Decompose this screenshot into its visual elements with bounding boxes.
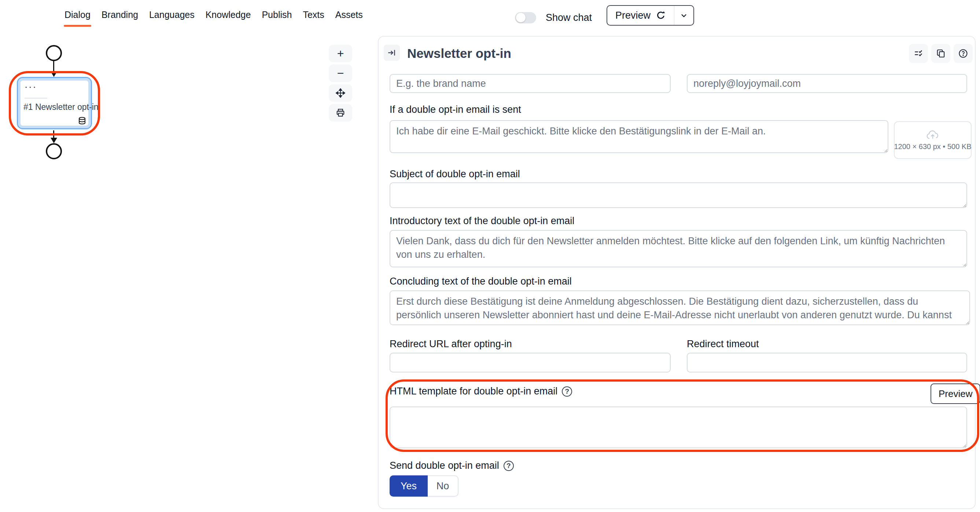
topbar-actions: Show chat Preview <box>515 5 694 25</box>
show-chat-toggle[interactable] <box>515 12 536 24</box>
cloud-upload-icon <box>925 129 940 140</box>
concluding-textarea[interactable]: Erst durch diese Bestätigung ist deine A… <box>390 290 970 325</box>
help-circle-icon[interactable]: ? <box>504 461 514 471</box>
preview-dropdown-button[interactable] <box>675 6 694 25</box>
image-upload-dropzone[interactable]: 1200 × 630 px • 500 KB <box>894 121 972 159</box>
flow-connector <box>53 130 54 138</box>
sender-email-input[interactable] <box>687 74 967 93</box>
collapse-to-right-icon <box>387 48 396 57</box>
show-chat-label: Show chat <box>546 12 592 24</box>
send-yes-button[interactable]: Yes <box>390 476 428 497</box>
zoom-in-button[interactable]: + <box>329 45 352 62</box>
help-circle-icon <box>958 48 968 59</box>
brand-name-input[interactable] <box>390 74 671 93</box>
help-circle-icon[interactable]: ? <box>562 387 572 396</box>
redirect-url-input[interactable] <box>390 353 671 373</box>
html-template-label-text: HTML template for double opt-in email <box>390 386 557 397</box>
panel-toolbar <box>909 44 973 63</box>
preview-button-label: Preview <box>615 10 651 21</box>
concluding-text-label: Concluding text of the double opt-in ema… <box>390 276 572 287</box>
tab-knowledge[interactable]: Knowledge <box>205 10 251 27</box>
tab-languages[interactable]: Languages <box>149 10 195 27</box>
tab-assets[interactable]: Assets <box>335 10 363 27</box>
send-double-opt-in-segmented: Yes No <box>390 476 458 497</box>
pan-move-button[interactable] <box>329 84 352 102</box>
redirect-timeout-input[interactable] <box>687 353 967 373</box>
zoom-out-button[interactable]: − <box>329 65 352 82</box>
redirect-url-label: Redirect URL after opting-in <box>390 338 512 350</box>
preview-split-button: Preview <box>606 5 694 25</box>
newsletter-opt-in-panel: Newsletter opt-in <box>378 36 975 509</box>
tab-dialog[interactable]: Dialog <box>65 10 91 27</box>
print-button[interactable] <box>329 104 352 122</box>
send-double-opt-in-label: Send double opt-in email ? <box>390 460 514 471</box>
page-title: Newsletter opt-in <box>407 46 511 61</box>
node-label: #1 Newsletter opt-in <box>24 102 99 112</box>
flow-arrowhead <box>51 138 57 143</box>
canvas-controls: + − <box>329 45 352 122</box>
intro-text-label: Introductory text of the double opt-in e… <box>390 216 574 227</box>
move-icon <box>336 88 345 98</box>
collapse-panel-button[interactable] <box>384 45 400 61</box>
tab-branding[interactable]: Branding <box>102 10 138 27</box>
upload-size-caption: 1200 × 630 px • 500 KB <box>894 143 971 151</box>
checklist-icon <box>914 49 923 58</box>
html-template-textarea[interactable] <box>390 407 967 448</box>
send-no-button[interactable]: No <box>428 476 458 497</box>
subject-textarea[interactable] <box>390 182 967 208</box>
chevron-down-icon <box>679 11 688 20</box>
html-template-preview-button[interactable]: Preview <box>931 384 980 404</box>
database-icon <box>78 116 86 125</box>
flow-node-newsletter-opt-in[interactable]: ... #1 Newsletter opt-in <box>17 77 92 129</box>
node-divider <box>25 98 47 98</box>
refresh-icon <box>655 10 666 21</box>
intro-textarea[interactable]: Vielen Dank, dass du dich für den Newsle… <box>390 230 967 267</box>
checklist-button[interactable] <box>909 44 928 63</box>
sent-message-textarea[interactable]: Ich habe dir eine E-Mail geschickt. Bitt… <box>390 120 888 153</box>
send-double-opt-in-label-text: Send double opt-in email <box>390 460 499 471</box>
redirect-timeout-label: Redirect timeout <box>687 338 759 350</box>
subject-label: Subject of double opt-in email <box>390 168 520 180</box>
tab-texts[interactable]: Texts <box>303 10 324 27</box>
tab-publish[interactable]: Publish <box>262 10 292 27</box>
flow-start-node[interactable] <box>46 45 62 61</box>
sent-message-label: If a double opt-in email is sent <box>390 104 521 116</box>
help-button[interactable] <box>954 44 973 63</box>
printer-icon <box>336 108 345 117</box>
html-template-label: HTML template for double opt-in email ? <box>390 386 572 397</box>
preview-button[interactable]: Preview <box>607 6 675 25</box>
duplicate-button[interactable] <box>931 44 950 63</box>
copy-icon <box>936 49 945 58</box>
toggle-knob <box>516 13 525 22</box>
top-nav: Dialog Branding Languages Knowledge Publ… <box>65 10 363 27</box>
flow-connector <box>53 61 54 72</box>
flow-arrowhead <box>51 71 57 77</box>
node-menu-dots[interactable]: ... <box>25 79 37 90</box>
flow-end-node[interactable] <box>46 143 62 159</box>
